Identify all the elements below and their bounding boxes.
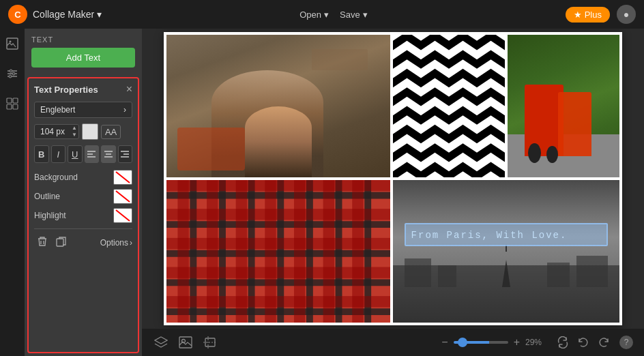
zoom-minus-button[interactable]: − [441,336,448,348]
sidebar-icon-layout[interactable] [3,94,22,113]
size-arrows: ▲ ▼ [70,125,78,138]
font-size-input[interactable] [35,125,70,138]
svg-rect-50 [166,209,390,220]
svg-rect-24 [57,239,63,246]
topbar-right: ★ Plus ● [566,5,636,24]
topbar-left: C Collage Maker ▾ [8,5,102,24]
svg-rect-49 [166,180,390,191]
outline-swatch[interactable] [113,189,132,204]
left-panel: TEXT Add Text Text Properties × Engleber… [25,29,142,356]
cell-paris[interactable]: From Paris, With Love. [393,180,619,323]
svg-rect-11 [13,104,18,109]
highlight-row: Highlight [34,208,132,223]
text-section-label: TEXT [25,29,142,48]
font-color-swatch[interactable] [82,123,98,140]
app-name[interactable]: Collage Maker ▾ [33,9,102,20]
user-icon: ● [624,9,629,20]
background-row: Background [34,170,132,185]
collage-grid: From Paris, With Love. [164,32,622,325]
text-properties-title: Text Properties [34,85,98,95]
open-button[interactable]: Open ▾ [299,10,329,20]
italic-button[interactable]: I [51,145,66,163]
svg-line-23 [116,210,130,221]
save-button[interactable]: Save ▾ [340,10,368,20]
text-properties-header: Text Properties × [34,84,132,95]
zoom-controls: − + 29% [441,336,547,348]
avatar-button[interactable]: ● [617,5,636,24]
background-swatch[interactable] [113,170,132,185]
canvas-container: From Paris, With Love. [142,29,644,329]
svg-rect-10 [7,104,12,109]
svg-rect-51 [166,238,390,249]
align-right-button[interactable] [118,145,133,163]
close-text-properties-button[interactable]: × [126,84,132,95]
text-overlay-content: From Paris, With Love. [411,230,568,241]
svg-point-1 [10,41,12,43]
size-up-arrow[interactable]: ▲ [70,125,78,132]
bold-button[interactable]: B [34,145,49,163]
highlight-label: Highlight [34,211,66,220]
collage-canvas: From Paris, With Love. [164,32,622,325]
background-label: Background [34,173,78,182]
svg-rect-8 [7,98,12,103]
refresh-button[interactable] [555,335,570,350]
sidebar-icon-filter[interactable] [3,64,22,83]
size-row: ▲ ▼ AA [34,123,132,140]
app-logo: C [8,5,27,24]
cell-mom-child[interactable] [166,35,390,177]
cell-chevron[interactable] [393,35,505,177]
sidebar-icon-image[interactable] [3,34,22,53]
outline-row: Outline [34,189,132,204]
add-text-button[interactable]: Add Text [31,48,135,68]
cell-tartan[interactable] [166,180,390,323]
outline-label: Outline [34,192,60,201]
star-icon: ★ [574,10,582,20]
topbar-center: Open ▾ Save ▾ [299,10,367,20]
text-properties-panel: Text Properties × Englebert › ▲ ▼ AA [27,77,139,353]
size-down-arrow[interactable]: ▼ [70,132,78,138]
cell-scooters[interactable] [508,35,619,177]
align-left-button[interactable] [85,145,100,163]
svg-line-22 [116,191,130,202]
zoom-label: 29% [525,338,547,347]
svg-point-6 [12,72,15,75]
zoom-plus-button[interactable]: + [514,336,520,348]
svg-point-7 [9,75,12,78]
svg-rect-53 [166,296,390,307]
app-name-chevron: ▾ [97,9,102,20]
topbar: C Collage Maker ▾ Open ▾ Save ▾ ★ Plus ● [0,0,644,29]
redo-button[interactable] [596,335,611,350]
svg-rect-55 [179,337,192,348]
options-chevron: › [130,238,132,248]
svg-point-5 [10,70,12,72]
plus-button[interactable]: ★ Plus [566,7,610,23]
svg-rect-52 [166,267,390,278]
options-button[interactable]: Options › [100,238,132,248]
font-selector[interactable]: Englebert › [34,102,132,118]
zoom-slider[interactable] [454,341,508,344]
highlight-swatch[interactable] [113,208,132,223]
text-overlay[interactable]: From Paris, With Love. [405,223,609,246]
font-selector-chevron: › [123,105,126,115]
photo-button[interactable] [177,335,194,350]
bottom-bar: − + 29% [142,329,644,356]
svg-rect-9 [13,98,18,103]
delete-text-button[interactable] [34,235,50,251]
font-case-button[interactable]: AA [101,125,121,139]
bottom-right-controls [555,335,611,350]
format-row: B I U [34,145,132,163]
main-area: TEXT Add Text Text Properties × Engleber… [0,29,644,356]
align-center-button[interactable] [101,145,116,163]
font-size-input-group: ▲ ▼ [34,124,79,139]
canvas-area: From Paris, With Love. [142,29,644,356]
help-button[interactable]: ? [619,336,633,349]
svg-line-21 [116,172,130,183]
duplicate-text-button[interactable] [53,235,70,251]
panel-bottom: Options › [34,228,132,251]
crop-button[interactable] [202,335,218,350]
undo-button[interactable] [576,335,591,350]
underline-button[interactable]: U [68,145,83,163]
sidebar-icons [0,29,25,356]
layers-button[interactable] [153,335,169,350]
panel-bottom-left [34,235,70,251]
